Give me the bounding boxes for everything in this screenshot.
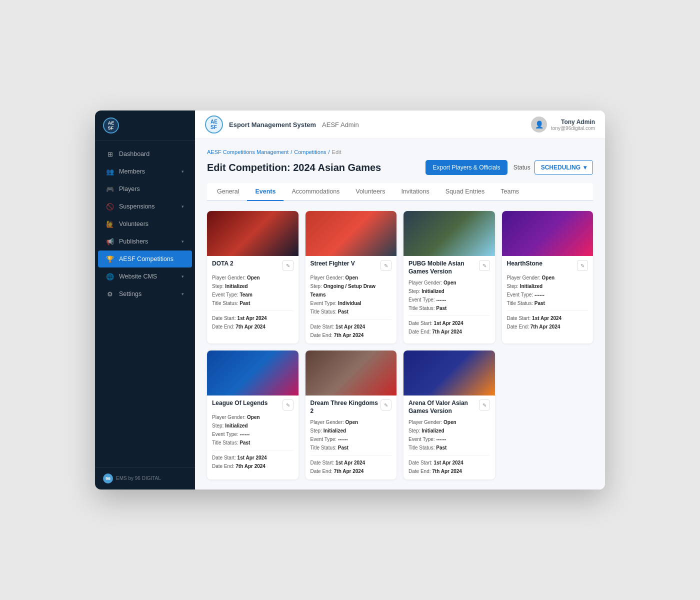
card-dates: Date Start: 1st Apr 2024 Date End: 7th A… bbox=[408, 319, 490, 336]
breadcrumb-separator: / bbox=[290, 149, 292, 155]
tab-events[interactable]: Events bbox=[247, 183, 284, 201]
player-gender: Player Gender: Open bbox=[408, 278, 490, 287]
breadcrumb-item[interactable]: Competitions bbox=[294, 149, 326, 155]
topbar-user: 👤 Tony Admin tony@96digital.com bbox=[531, 116, 595, 132]
game-card: Dream Three Kingdoms 2 ✎ Player Gender: … bbox=[306, 350, 397, 479]
breadcrumb-item[interactable]: AESF Competitions Management bbox=[207, 149, 288, 155]
sidebar-item-members[interactable]: 👥 Members ▾ bbox=[98, 163, 192, 180]
card-title-row: Arena Of Valor Asian Games Version ✎ bbox=[408, 400, 490, 415]
card-title-row: PUBG Mobile Asian Games Version ✎ bbox=[408, 260, 490, 276]
card-edit-button[interactable]: ✎ bbox=[380, 260, 392, 271]
game-card-image bbox=[207, 211, 298, 256]
step: Step: Initialized bbox=[507, 282, 588, 290]
title-status: Title Status: Past bbox=[212, 299, 294, 308]
sidebar-item-players[interactable]: 🎮 Players bbox=[98, 180, 192, 198]
tab-squad-entries[interactable]: Squad Entries bbox=[438, 183, 493, 201]
card-edit-button[interactable]: ✎ bbox=[380, 400, 392, 410]
card-game-title: Dream Three Kingdoms 2 bbox=[310, 400, 379, 415]
chevron-right-icon: ▾ bbox=[182, 239, 184, 244]
topbar: AESF Esport Management System AESF Admin… bbox=[195, 110, 605, 139]
tab-general[interactable]: General bbox=[209, 183, 247, 201]
game-card-image bbox=[404, 211, 495, 256]
page-header-right: Export Players & Officials Status SCHEDU… bbox=[426, 160, 593, 175]
admin-name: AESF Admin bbox=[322, 121, 359, 128]
sidebar-item-label: Website CMS bbox=[119, 273, 176, 280]
card-title-row: Dream Three Kingdoms 2 ✎ bbox=[310, 400, 392, 415]
page-title: Edit Competition: 2024 Asian Games bbox=[207, 162, 381, 174]
date-start: Date Start: 1st Apr 2024 bbox=[408, 319, 490, 328]
tab-teams[interactable]: Teams bbox=[492, 183, 527, 201]
date-end: Date End: 7th Apr 2024 bbox=[408, 467, 490, 476]
card-edit-button[interactable]: ✎ bbox=[282, 400, 294, 410]
card-edit-button[interactable]: ✎ bbox=[479, 260, 490, 271]
card-dates: Date Start: 1st Apr 2024 Date End: 7th A… bbox=[507, 314, 588, 331]
card-divider bbox=[212, 450, 294, 450]
sidebar-item-label: Volunteers bbox=[119, 220, 184, 228]
card-game-title: PUBG Mobile Asian Games Version bbox=[408, 260, 477, 276]
card-divider bbox=[507, 310, 588, 311]
card-game-title: DOTA 2 bbox=[212, 260, 234, 268]
sidebar-item-settings[interactable]: ⚙ Settings ▾ bbox=[98, 286, 192, 302]
topbar-logo: AESF bbox=[205, 116, 223, 134]
step: Step: Ongoing / Setup Draw Teams bbox=[310, 282, 392, 299]
date-start: Date Start: 1st Apr 2024 bbox=[310, 322, 392, 331]
card-meta: Player Gender: Open Step: Initialized Ev… bbox=[507, 274, 588, 308]
card-body: DOTA 2 ✎ Player Gender: Open Step: Initi… bbox=[207, 256, 298, 335]
step: Step: Initialized bbox=[408, 426, 490, 435]
game-card-image bbox=[404, 350, 495, 396]
tab-volunteers[interactable]: Volunteers bbox=[348, 183, 393, 201]
sidebar-item-volunteers[interactable]: 🙋 Volunteers bbox=[98, 216, 192, 232]
chevron-right-icon: ▾ bbox=[182, 292, 184, 296]
card-body: Arena Of Valor Asian Games Version ✎ Pla… bbox=[404, 396, 495, 479]
card-dates: Date Start: 1st Apr 2024 Date End: 7th A… bbox=[408, 458, 490, 476]
chevron-right-icon: ▾ bbox=[182, 169, 184, 174]
export-button[interactable]: Export Players & Officials bbox=[426, 160, 507, 175]
card-dates: Date Start: 1st Apr 2024 Date End: 7th A… bbox=[310, 458, 392, 476]
page-header: Edit Competition: 2024 Asian Games Expor… bbox=[207, 160, 593, 175]
card-title-row: League Of Legends ✎ bbox=[212, 400, 294, 410]
dashboard-icon: ⊞ bbox=[106, 150, 114, 158]
player-gender: Player Gender: Open bbox=[310, 418, 392, 426]
card-meta: Player Gender: Open Step: Initialized Ev… bbox=[212, 413, 294, 447]
user-email: tony@96digital.com bbox=[551, 126, 595, 131]
card-edit-button[interactable]: ✎ bbox=[479, 400, 490, 410]
event-type: Event Type: ------ bbox=[310, 435, 392, 444]
tab-invitations[interactable]: Invitations bbox=[393, 183, 437, 201]
status-button[interactable]: SCHEDULING ▾ bbox=[534, 160, 593, 175]
tab-accommodations[interactable]: Accommodations bbox=[284, 183, 348, 201]
player-gender: Player Gender: Open bbox=[507, 274, 588, 282]
card-game-title: Arena Of Valor Asian Games Version bbox=[408, 400, 477, 415]
sidebar-item-website-cms[interactable]: 🌐 Website CMS ▾ bbox=[98, 268, 192, 285]
sidebar-item-label: Players bbox=[119, 186, 184, 192]
suspensions-icon: 🚫 bbox=[106, 202, 114, 210]
topbar-left: AESF Esport Management System AESF Admin bbox=[205, 116, 359, 134]
chevron-down-icon: ▾ bbox=[584, 164, 586, 171]
sidebar-item-suspensions[interactable]: 🚫 Suspensions ▾ bbox=[98, 198, 192, 215]
sidebar-item-publishers[interactable]: 📢 Publishers ▾ bbox=[98, 233, 192, 250]
card-body: Street Fighter V ✎ Player Gender: Open S… bbox=[306, 256, 397, 344]
card-edit-button[interactable]: ✎ bbox=[282, 260, 294, 271]
sidebar-footer: 96 EMS by 96 DIGITAL bbox=[95, 467, 195, 490]
event-type: Event Type: Individual bbox=[310, 299, 392, 308]
status-label: Status bbox=[514, 164, 530, 171]
card-dates: Date Start: 1st Apr 2024 Date End: 7th A… bbox=[310, 322, 392, 340]
sidebar-item-aesf-competitions[interactable]: 🏆 AESF Competitions bbox=[98, 250, 192, 268]
event-type: Event Type: ------ bbox=[408, 435, 490, 444]
card-edit-button[interactable]: ✎ bbox=[577, 260, 588, 271]
game-card-image bbox=[306, 211, 397, 256]
date-start: Date Start: 1st Apr 2024 bbox=[212, 454, 294, 462]
sidebar-item-dashboard[interactable]: ⊞ Dashboard bbox=[98, 146, 192, 162]
title-status: Title Status: Past bbox=[408, 444, 490, 452]
card-divider bbox=[212, 310, 294, 311]
system-name: Esport Management System bbox=[229, 121, 316, 128]
card-divider bbox=[310, 319, 392, 320]
card-dates: Date Start: 1st Apr 2024 Date End: 7th A… bbox=[212, 454, 294, 470]
game-card: League Of Legends ✎ Player Gender: Open … bbox=[207, 350, 298, 479]
date-start: Date Start: 1st Apr 2024 bbox=[310, 458, 392, 467]
game-card: Arena Of Valor Asian Games Version ✎ Pla… bbox=[404, 350, 495, 479]
player-gender: Player Gender: Open bbox=[408, 418, 490, 426]
date-end: Date End: 7th Apr 2024 bbox=[212, 322, 294, 331]
event-type: Event Type: ------ bbox=[212, 430, 294, 438]
card-title-row: Street Fighter V ✎ bbox=[310, 260, 392, 271]
step: Step: Initialized bbox=[408, 287, 490, 296]
